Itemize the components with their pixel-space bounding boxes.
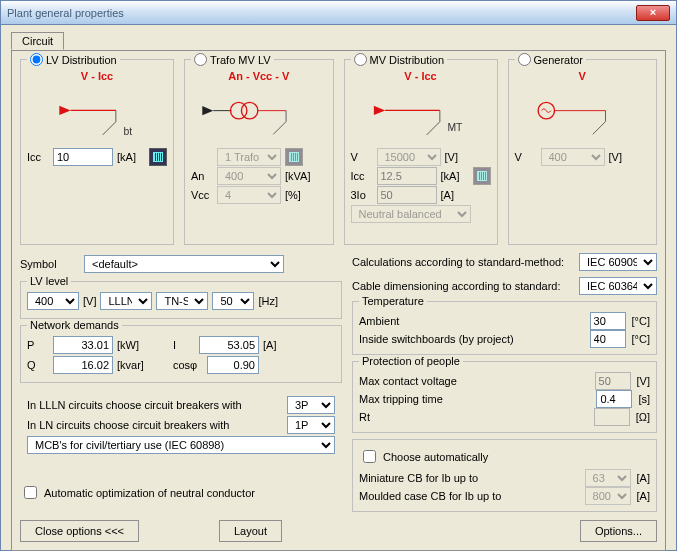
prot-mtt-label: Max tripping time: [359, 393, 590, 405]
lv-earthing-select[interactable]: TN-S: [156, 292, 208, 310]
tab-strip: Circuit: [11, 31, 666, 51]
auto-choose-checkbox[interactable]: [363, 450, 376, 463]
legend-lv-level: LV level: [30, 275, 68, 287]
cb-ln-select[interactable]: 1P: [287, 416, 335, 434]
window-title: Plant general properties: [7, 7, 124, 19]
lv-freq-select[interactable]: 50: [212, 292, 254, 310]
legend-net-demands: Network demands: [30, 319, 119, 331]
tab-panel: LV Distribution V - Icc bt Icc: [11, 51, 666, 551]
cb-lln-label: In LLLN circuits choose circuit breakers…: [27, 399, 283, 411]
layout-button[interactable]: Layout: [219, 520, 282, 542]
radio-generator[interactable]: [518, 53, 531, 66]
nd-cos-label: cosφ: [173, 359, 203, 371]
group-network-demands: Network demands P [kW] I [A] Q: [20, 325, 342, 383]
legend-protection: Protection of people: [362, 355, 460, 367]
close-options-button[interactable]: Close options <<<: [20, 520, 139, 542]
diagram-trafo: An - Vcc - V: [195, 70, 323, 140]
prot-rt-unit: [Ω]: [636, 411, 650, 423]
lv-system-select[interactable]: LLLN: [100, 292, 152, 310]
trafo-vcc-select: 4: [217, 186, 281, 204]
mini-cb-label: Miniature CB for Ib up to: [359, 472, 579, 484]
nd-q-label: Q: [27, 359, 49, 371]
temp-board-unit: [°C]: [632, 333, 650, 345]
lv-voltage-select[interactable]: 400: [27, 292, 79, 310]
group-temperature: Temperature Ambient [°C] Inside switchbo…: [352, 301, 657, 355]
nd-q-input[interactable]: [53, 356, 113, 374]
dialog-window: Plant general properties × Circuit LV Di…: [0, 0, 677, 551]
group-auto-choose: Choose automatically Miniature CB for Ib…: [352, 439, 657, 512]
diagram-mv-caption: V - Icc: [355, 70, 487, 82]
options-button[interactable]: Options...: [580, 520, 657, 542]
mv-3io-label: 3Io: [351, 189, 373, 201]
temp-ambient-input[interactable]: [590, 312, 626, 330]
mv-3io-unit: [A]: [441, 189, 469, 201]
prot-mcv-label: Max contact voltage: [359, 375, 589, 387]
nd-p-input[interactable]: [53, 336, 113, 354]
mccb-select: 800: [585, 487, 631, 505]
mccb-label: Moulded case CB for Ib up to: [359, 490, 579, 502]
mini-cb-unit: [A]: [637, 472, 650, 484]
lv-voltage-unit: [V]: [83, 295, 96, 307]
close-icon[interactable]: ×: [636, 5, 670, 21]
mv-icc-label: Icc: [351, 170, 373, 182]
prot-rt-input: [594, 408, 630, 426]
diagram-trafo-caption: An - Vcc - V: [195, 70, 323, 82]
radio-mv-distribution[interactable]: [354, 53, 367, 66]
legend-lv-distribution: LV Distribution: [46, 54, 117, 66]
symbol-label: Symbol: [20, 258, 80, 270]
cable-std-label: Cable dimensioning according to standard…: [352, 280, 573, 292]
group-trafo: Trafo MV LV An - Vcc - V: [184, 59, 334, 245]
radio-lv-distribution[interactable]: [30, 53, 43, 66]
lv-freq-unit: [Hz]: [258, 295, 278, 307]
legend-generator: Generator: [534, 54, 584, 66]
cb-ln-label: In LN circuits choose circuit breakers w…: [27, 419, 283, 431]
diagram-gen-caption: V: [519, 70, 647, 82]
mini-cb-select: 63: [585, 469, 631, 487]
auto-opt-label: Automatic optimization of neutral conduc…: [44, 487, 255, 499]
svg-line-20: [592, 122, 605, 135]
trafo-an-unit: [kVA]: [285, 170, 313, 182]
diagram-lv-caption: V - Icc: [31, 70, 163, 82]
prot-mcv-unit: [V]: [637, 375, 650, 387]
auto-opt-checkbox[interactable]: [24, 486, 37, 499]
svg-marker-5: [202, 106, 213, 115]
tab-circuit[interactable]: Circuit: [11, 32, 64, 50]
cable-std-select[interactable]: IEC 60364: [579, 277, 657, 295]
mv-icc-input: [377, 167, 437, 185]
radio-trafo[interactable]: [194, 53, 207, 66]
trafo-browse-icon: [285, 148, 303, 166]
group-protection: Protection of people Max contact voltage…: [352, 361, 657, 433]
nd-cos-input[interactable]: [207, 356, 259, 374]
cb-lln-select[interactable]: 3P: [287, 396, 335, 414]
group-generator: Generator V V 400: [508, 59, 658, 245]
trafo-an-label: An: [191, 170, 213, 182]
nd-p-unit: [kW]: [117, 339, 145, 351]
prot-rt-label: Rt: [359, 411, 588, 423]
svg-point-8: [241, 102, 257, 118]
temp-board-input[interactable]: [590, 330, 626, 348]
prot-mtt-unit: [s]: [638, 393, 650, 405]
mccb-unit: [A]: [637, 490, 650, 502]
trafo-vcc-unit: [%]: [285, 189, 313, 201]
symbol-select[interactable]: <default>: [84, 255, 284, 273]
svg-line-3: [103, 122, 116, 135]
temp-ambient-label: Ambient: [359, 315, 584, 327]
cb-mcb-select[interactable]: MCB's for civil/tertiary use (IEC 60898): [27, 436, 335, 454]
mv-icc-browse-icon: [473, 167, 491, 185]
trafo-count-select: 1 Trafo: [217, 148, 281, 166]
diagram-lv: V - Icc bt: [31, 70, 163, 140]
svg-line-11: [273, 122, 286, 135]
nd-i-input[interactable]: [199, 336, 259, 354]
trafo-vcc-label: Vcc: [191, 189, 213, 201]
calc-std-select[interactable]: IEC 60909-1: [579, 253, 657, 271]
prot-mcv-input: [595, 372, 631, 390]
nd-i-label: I: [173, 339, 195, 351]
prot-mtt-input[interactable]: [596, 390, 632, 408]
group-lv-level: LV level 400 [V] LLLN TN-S 50 [Hz]: [20, 281, 342, 319]
client-area: Circuit LV Distribution V - Icc: [1, 25, 676, 551]
auto-choose-label: Choose automatically: [383, 451, 488, 463]
legend-trafo: Trafo MV LV: [210, 54, 271, 66]
temp-board-label: Inside switchboards (by project): [359, 333, 584, 345]
legend-mv-distribution: MV Distribution: [370, 54, 445, 66]
gen-v-select: 400: [541, 148, 605, 166]
